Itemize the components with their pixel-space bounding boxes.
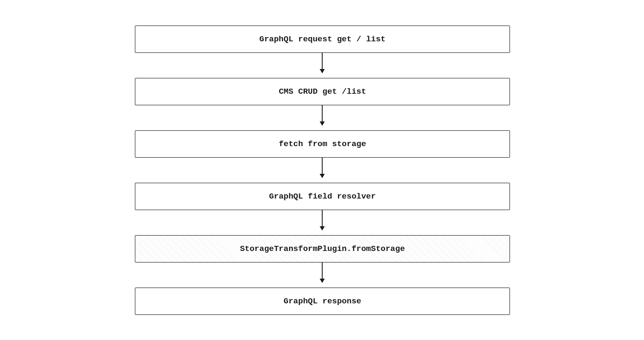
arrow-down-icon	[322, 262, 323, 282]
node-cms-crud: CMS CRUD get /list	[135, 78, 510, 105]
node-field-resolver: GraphQL field resolver	[135, 183, 510, 210]
node-fetch-storage: fetch from storage	[135, 130, 510, 158]
node-graphql-response: GraphQL response	[135, 288, 510, 315]
node-label: CMS CRUD get /list	[279, 87, 366, 96]
node-label: GraphQL response	[283, 297, 361, 306]
node-label: GraphQL request get / list	[259, 35, 385, 44]
node-label: StorageTransformPlugin.fromStorage	[240, 244, 405, 254]
arrow-down-icon	[322, 52, 323, 73]
arrow-down-icon	[322, 210, 323, 230]
arrow-down-icon	[322, 157, 323, 178]
node-from-storage: StorageTransformPlugin.fromStorage	[135, 235, 510, 262]
node-label: fetch from storage	[279, 139, 366, 149]
node-label: GraphQL field resolver	[269, 192, 376, 201]
arrow-down-icon	[322, 105, 323, 125]
flow-diagram: GraphQL request get / list CMS CRUD get …	[0, 0, 644, 340]
node-graphql-request: GraphQL request get / list	[135, 26, 510, 53]
